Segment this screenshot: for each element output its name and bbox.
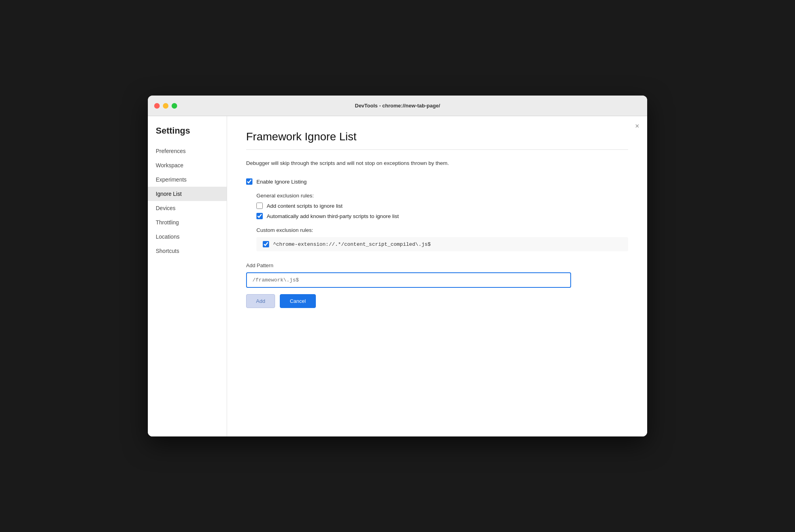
add-content-scripts-row: Add content scripts to ignore list: [256, 203, 628, 209]
titlebar: DevTools - chrome://new-tab-page/: [148, 96, 647, 116]
page-title: Framework Ignore List: [246, 130, 628, 143]
sidebar-heading: Settings: [148, 126, 227, 144]
auto-add-row: Automatically add known third-party scri…: [256, 213, 628, 219]
custom-rule-row: ^chrome-extension://.*/content_script_co…: [256, 237, 628, 251]
divider: [246, 149, 628, 150]
add-pattern-section: Add Pattern Add Cancel: [246, 262, 628, 308]
custom-rule-checkbox[interactable]: [263, 241, 269, 247]
custom-rule-text[interactable]: ^chrome-extension://.*/content_script_co…: [273, 241, 431, 247]
sidebar-item-ignore-list[interactable]: Ignore List: [148, 187, 227, 201]
sidebar-item-experiments[interactable]: Experiments: [148, 172, 227, 187]
main-content: × Framework Ignore List Debugger will sk…: [227, 116, 647, 436]
button-row: Add Cancel: [246, 294, 628, 308]
pattern-input[interactable]: [246, 272, 571, 288]
sidebar-item-workspace[interactable]: Workspace: [148, 158, 227, 172]
enable-ignore-listing-row: Enable Ignore Listing: [246, 178, 628, 185]
enable-ignore-listing-label[interactable]: Enable Ignore Listing: [256, 179, 307, 185]
traffic-lights: [154, 103, 177, 109]
sidebar-item-preferences[interactable]: Preferences: [148, 144, 227, 158]
custom-exclusion-label: Custom exclusion rules:: [256, 227, 628, 233]
sidebar: Settings Preferences Workspace Experimen…: [148, 116, 227, 436]
content-area: Settings Preferences Workspace Experimen…: [148, 116, 647, 436]
indented-rules: General exclusion rules: Add content scr…: [256, 193, 628, 251]
auto-add-label[interactable]: Automatically add known third-party scri…: [267, 213, 399, 219]
close-button[interactable]: ×: [635, 122, 639, 130]
sidebar-item-throttling[interactable]: Throttling: [148, 215, 227, 230]
close-traffic-light[interactable]: [154, 103, 160, 109]
sidebar-item-shortcuts[interactable]: Shortcuts: [148, 244, 227, 258]
sidebar-item-locations[interactable]: Locations: [148, 230, 227, 244]
auto-add-checkbox[interactable]: [256, 213, 263, 219]
general-rules-section: General exclusion rules: Add content scr…: [256, 193, 628, 219]
enable-ignore-listing-checkbox[interactable]: [246, 178, 252, 185]
add-content-scripts-checkbox[interactable]: [256, 203, 263, 209]
add-button[interactable]: Add: [246, 294, 275, 308]
add-pattern-label: Add Pattern: [246, 262, 628, 268]
description: Debugger will skip through the scripts a…: [246, 159, 628, 167]
general-exclusion-label: General exclusion rules:: [256, 193, 628, 199]
sidebar-item-devices[interactable]: Devices: [148, 201, 227, 215]
minimize-traffic-light[interactable]: [163, 103, 168, 109]
devtools-window: DevTools - chrome://new-tab-page/ Settin…: [148, 96, 647, 436]
titlebar-title: DevTools - chrome://new-tab-page/: [355, 103, 440, 109]
add-content-scripts-label[interactable]: Add content scripts to ignore list: [267, 203, 342, 209]
maximize-traffic-light[interactable]: [172, 103, 177, 109]
cancel-button[interactable]: Cancel: [280, 294, 315, 308]
